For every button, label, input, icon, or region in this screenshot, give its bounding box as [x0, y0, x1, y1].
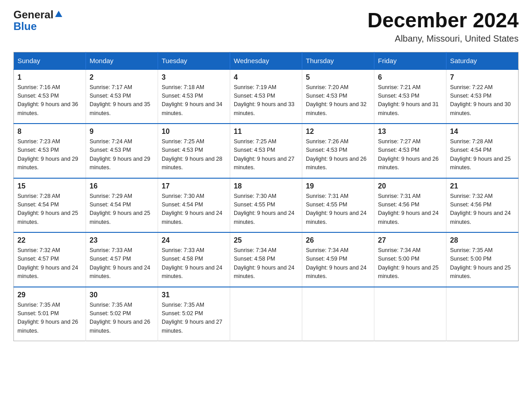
- day-number: 5: [306, 73, 370, 81]
- calendar-cell: 1 Sunrise: 7:16 AMSunset: 4:53 PMDayligh…: [14, 69, 86, 124]
- day-number: 13: [378, 128, 442, 136]
- weekday-header-tuesday: Tuesday: [158, 52, 230, 69]
- calendar-cell: 13 Sunrise: 7:27 AMSunset: 4:53 PMDaylig…: [374, 124, 446, 178]
- day-number: 7: [450, 73, 515, 81]
- calendar-week-row: 22 Sunrise: 7:32 AMSunset: 4:57 PMDaylig…: [14, 232, 519, 287]
- day-number: 24: [162, 236, 226, 244]
- svg-marker-0: [55, 11, 62, 17]
- logo-general-text: General: [13, 9, 53, 21]
- calendar-cell: 30 Sunrise: 7:35 AMSunset: 5:02 PMDaylig…: [86, 287, 158, 341]
- day-info: Sunrise: 7:35 AMSunset: 5:02 PMDaylight:…: [90, 302, 150, 334]
- calendar-cell: 18 Sunrise: 7:30 AMSunset: 4:55 PMDaylig…: [230, 178, 302, 233]
- day-number: 1: [17, 73, 82, 81]
- day-number: 17: [162, 182, 226, 190]
- day-info: Sunrise: 7:33 AMSunset: 4:57 PMDaylight:…: [90, 247, 150, 279]
- calendar-cell: 15 Sunrise: 7:28 AMSunset: 4:54 PMDaylig…: [14, 178, 86, 233]
- day-number: 18: [234, 182, 298, 190]
- day-info: Sunrise: 7:19 AMSunset: 4:53 PMDaylight:…: [234, 84, 295, 116]
- day-number: 28: [450, 236, 515, 244]
- logo-triangle-icon: [55, 9, 63, 20]
- day-number: 30: [90, 291, 154, 299]
- calendar-cell: 31 Sunrise: 7:35 AMSunset: 5:02 PMDaylig…: [158, 287, 230, 341]
- day-number: 15: [17, 182, 82, 190]
- calendar-header-row: SundayMondayTuesdayWednesdayThursdayFrid…: [14, 52, 519, 69]
- day-number: 20: [378, 182, 442, 190]
- weekday-header-friday: Friday: [374, 52, 446, 69]
- calendar-cell: [230, 287, 302, 341]
- weekday-header-saturday: Saturday: [446, 52, 519, 69]
- calendar-cell: [302, 287, 374, 341]
- day-info: Sunrise: 7:21 AMSunset: 4:53 PMDaylight:…: [378, 84, 439, 116]
- day-info: Sunrise: 7:31 AMSunset: 4:56 PMDaylight:…: [378, 193, 439, 225]
- day-info: Sunrise: 7:31 AMSunset: 4:55 PMDaylight:…: [306, 193, 367, 225]
- day-info: Sunrise: 7:35 AMSunset: 5:00 PMDaylight:…: [450, 247, 511, 279]
- day-info: Sunrise: 7:32 AMSunset: 4:56 PMDaylight:…: [450, 193, 511, 225]
- day-info: Sunrise: 7:29 AMSunset: 4:54 PMDaylight:…: [90, 193, 150, 225]
- calendar-cell: 28 Sunrise: 7:35 AMSunset: 5:00 PMDaylig…: [446, 232, 519, 287]
- day-info: Sunrise: 7:33 AMSunset: 4:58 PMDaylight:…: [162, 247, 223, 279]
- calendar-cell: 29 Sunrise: 7:35 AMSunset: 5:01 PMDaylig…: [14, 287, 86, 341]
- day-info: Sunrise: 7:22 AMSunset: 4:53 PMDaylight:…: [450, 84, 511, 116]
- calendar-cell: 5 Sunrise: 7:20 AMSunset: 4:53 PMDayligh…: [302, 69, 374, 124]
- day-info: Sunrise: 7:30 AMSunset: 4:54 PMDaylight:…: [162, 193, 223, 225]
- day-number: 10: [162, 128, 226, 136]
- day-number: 29: [17, 291, 82, 299]
- day-info: Sunrise: 7:34 AMSunset: 4:59 PMDaylight:…: [306, 247, 367, 279]
- day-number: 19: [306, 182, 370, 190]
- day-number: 21: [450, 182, 515, 190]
- calendar-cell: 6 Sunrise: 7:21 AMSunset: 4:53 PMDayligh…: [374, 69, 446, 124]
- weekday-header-thursday: Thursday: [302, 52, 374, 69]
- day-number: 14: [450, 128, 515, 136]
- day-number: 16: [90, 182, 154, 190]
- day-info: Sunrise: 7:35 AMSunset: 5:02 PMDaylight:…: [162, 302, 223, 334]
- calendar-cell: 11 Sunrise: 7:25 AMSunset: 4:53 PMDaylig…: [230, 124, 302, 178]
- day-info: Sunrise: 7:28 AMSunset: 4:54 PMDaylight:…: [17, 193, 78, 225]
- day-number: 27: [378, 236, 442, 244]
- day-number: 9: [90, 128, 154, 136]
- page-header: General Blue December 2024 Albany, Misso…: [13, 9, 519, 44]
- page-title: December 2024: [367, 9, 519, 32]
- logo-blue-text: Blue: [13, 20, 37, 32]
- day-info: Sunrise: 7:23 AMSunset: 4:53 PMDaylight:…: [17, 138, 78, 171]
- calendar-cell: 12 Sunrise: 7:26 AMSunset: 4:53 PMDaylig…: [302, 124, 374, 178]
- calendar-cell: 14 Sunrise: 7:28 AMSunset: 4:54 PMDaylig…: [446, 124, 519, 178]
- calendar-cell: [446, 287, 519, 341]
- day-info: Sunrise: 7:34 AMSunset: 5:00 PMDaylight:…: [378, 247, 439, 279]
- day-info: Sunrise: 7:34 AMSunset: 4:58 PMDaylight:…: [234, 247, 295, 279]
- day-info: Sunrise: 7:16 AMSunset: 4:53 PMDaylight:…: [17, 84, 78, 116]
- calendar-cell: 16 Sunrise: 7:29 AMSunset: 4:54 PMDaylig…: [86, 178, 158, 233]
- calendar-week-row: 8 Sunrise: 7:23 AMSunset: 4:53 PMDayligh…: [14, 124, 519, 178]
- day-number: 25: [234, 236, 298, 244]
- calendar-cell: 25 Sunrise: 7:34 AMSunset: 4:58 PMDaylig…: [230, 232, 302, 287]
- calendar-cell: 3 Sunrise: 7:18 AMSunset: 4:53 PMDayligh…: [158, 69, 230, 124]
- calendar-cell: 26 Sunrise: 7:34 AMSunset: 4:59 PMDaylig…: [302, 232, 374, 287]
- day-info: Sunrise: 7:25 AMSunset: 4:53 PMDaylight:…: [162, 138, 223, 171]
- day-number: 8: [17, 128, 82, 136]
- day-info: Sunrise: 7:26 AMSunset: 4:53 PMDaylight:…: [306, 138, 367, 171]
- day-number: 26: [306, 236, 370, 244]
- day-number: 11: [234, 128, 298, 136]
- day-info: Sunrise: 7:28 AMSunset: 4:54 PMDaylight:…: [450, 138, 511, 171]
- day-info: Sunrise: 7:30 AMSunset: 4:55 PMDaylight:…: [234, 193, 295, 225]
- weekday-header-sunday: Sunday: [14, 52, 86, 69]
- calendar-cell: 24 Sunrise: 7:33 AMSunset: 4:58 PMDaylig…: [158, 232, 230, 287]
- title-block: December 2024 Albany, Missouri, United S…: [367, 9, 519, 44]
- day-info: Sunrise: 7:35 AMSunset: 5:01 PMDaylight:…: [17, 302, 78, 334]
- calendar-cell: 23 Sunrise: 7:33 AMSunset: 4:57 PMDaylig…: [86, 232, 158, 287]
- calendar-cell: 10 Sunrise: 7:25 AMSunset: 4:53 PMDaylig…: [158, 124, 230, 178]
- day-info: Sunrise: 7:32 AMSunset: 4:57 PMDaylight:…: [17, 247, 78, 279]
- calendar-cell: 4 Sunrise: 7:19 AMSunset: 4:53 PMDayligh…: [230, 69, 302, 124]
- day-number: 6: [378, 73, 442, 81]
- day-info: Sunrise: 7:24 AMSunset: 4:53 PMDaylight:…: [90, 138, 150, 171]
- day-number: 23: [90, 236, 154, 244]
- day-number: 22: [17, 236, 82, 244]
- calendar-cell: 27 Sunrise: 7:34 AMSunset: 5:00 PMDaylig…: [374, 232, 446, 287]
- weekday-header-monday: Monday: [86, 52, 158, 69]
- calendar-cell: 22 Sunrise: 7:32 AMSunset: 4:57 PMDaylig…: [14, 232, 86, 287]
- page-subtitle: Albany, Missouri, United States: [367, 34, 519, 44]
- calendar-cell: [374, 287, 446, 341]
- calendar-week-row: 15 Sunrise: 7:28 AMSunset: 4:54 PMDaylig…: [14, 178, 519, 233]
- day-info: Sunrise: 7:18 AMSunset: 4:53 PMDaylight:…: [162, 84, 223, 116]
- calendar-cell: 9 Sunrise: 7:24 AMSunset: 4:53 PMDayligh…: [86, 124, 158, 178]
- calendar-cell: 17 Sunrise: 7:30 AMSunset: 4:54 PMDaylig…: [158, 178, 230, 233]
